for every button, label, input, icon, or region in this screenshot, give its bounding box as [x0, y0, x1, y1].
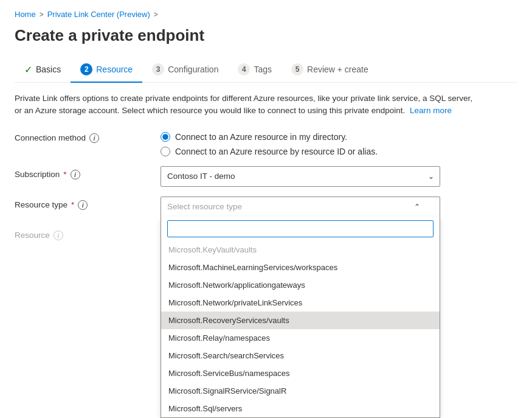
- list-item[interactable]: Microsoft.Sql/servers: [161, 400, 440, 417]
- connection-method-row: Connection method i Connect to an Azure …: [15, 130, 517, 156]
- tab-review-create[interactable]: 5 Review + create: [282, 57, 378, 83]
- list-item[interactable]: Microsoft.SignalRService/SignalR: [161, 382, 440, 400]
- resource-type-list: Microsoft.KeyVault/vaults Microsoft.Mach…: [161, 241, 440, 417]
- subscription-info-icon[interactable]: i: [71, 170, 80, 179]
- tab-check-icon: ✓: [24, 64, 32, 75]
- tab-tags[interactable]: 4 Tags: [228, 57, 282, 83]
- resource-type-placeholder: Select resource type: [167, 202, 242, 211]
- breadcrumb-privatelink[interactable]: Private Link Center (Preview): [47, 10, 150, 19]
- resource-type-search-input[interactable]: [167, 220, 434, 237]
- radio-resourceid-input[interactable]: [161, 147, 170, 156]
- list-item[interactable]: Microsoft.Search/searchServices: [161, 347, 440, 364]
- list-item[interactable]: Microsoft.Network/applicationgateways: [161, 276, 440, 294]
- resource-type-required: *: [71, 200, 74, 209]
- resource-type-row: Resource type * i Select resource type ⌃…: [15, 197, 517, 217]
- resource-type-info-icon[interactable]: i: [78, 200, 88, 210]
- radio-directory-input[interactable]: [161, 132, 170, 142]
- subscription-required: *: [63, 170, 66, 179]
- subscription-select-wrapper: Contoso IT - demo ⌄: [161, 166, 440, 187]
- list-item[interactable]: Microsoft.KeyVault/vaults: [161, 241, 440, 259]
- resource-type-chevron-up-icon: ⌃: [414, 203, 420, 211]
- subscription-select[interactable]: Contoso IT - demo: [161, 166, 440, 187]
- resource-info-icon[interactable]: i: [54, 231, 63, 240]
- tab-configuration-number: 3: [152, 63, 164, 75]
- subscription-row: Subscription * i Contoso IT - demo ⌄: [15, 166, 517, 187]
- tab-configuration[interactable]: 3 Configuration: [142, 57, 228, 83]
- resource-type-dropdown-container: Select resource type ⌃ Microsoft.KeyVaul…: [161, 197, 440, 217]
- breadcrumb: Home > Private Link Center (Preview) >: [15, 10, 517, 19]
- breadcrumb-sep1: >: [40, 10, 44, 19]
- resource-label: Resource i: [15, 227, 161, 240]
- description-text: Private Link offers options to create pr…: [15, 92, 477, 117]
- breadcrumb-sep2: >: [154, 10, 158, 19]
- resource-type-label: Resource type * i: [15, 197, 161, 210]
- radio-resourceid[interactable]: Connect to an Azure resource by resource…: [161, 147, 378, 156]
- resource-type-trigger[interactable]: Select resource type ⌃: [161, 197, 440, 217]
- tab-review-label: Review + create: [307, 64, 368, 74]
- tab-tags-label: Tags: [254, 64, 272, 74]
- tab-configuration-label: Configuration: [168, 64, 218, 74]
- breadcrumb-home[interactable]: Home: [15, 10, 36, 19]
- connection-method-info-icon[interactable]: i: [89, 133, 99, 143]
- radio-directory[interactable]: Connect to an Azure resource in my direc…: [161, 132, 378, 142]
- subscription-label: Subscription * i: [15, 166, 161, 179]
- tab-basics-label: Basics: [36, 64, 61, 74]
- connection-method-options: Connect to an Azure resource in my direc…: [161, 130, 378, 156]
- connection-method-label: Connection method i: [15, 130, 161, 143]
- list-item[interactable]: Microsoft.MachineLearningServices/worksp…: [161, 259, 440, 276]
- list-item[interactable]: Microsoft.Relay/namespaces: [161, 329, 440, 347]
- tab-resource[interactable]: 2 Resource: [71, 57, 142, 83]
- list-item[interactable]: Microsoft.ServiceBus/namespaces: [161, 364, 440, 382]
- radio-resourceid-label: Connect to an Azure resource by resource…: [175, 147, 378, 156]
- list-item[interactable]: Microsoft.Network/privateLinkServices: [161, 294, 440, 312]
- radio-directory-label: Connect to an Azure resource in my direc…: [175, 132, 347, 142]
- form: Connection method i Connect to an Azure …: [15, 130, 517, 250]
- tab-resource-number: 2: [80, 63, 92, 75]
- learn-more-link[interactable]: Learn more: [410, 106, 452, 115]
- tab-bar: ✓ Basics 2 Resource 3 Configuration 4 Ta…: [15, 57, 517, 83]
- resource-type-dropdown-panel: Microsoft.KeyVault/vaults Microsoft.Mach…: [161, 217, 440, 418]
- page-title: Create a private endpoint: [15, 26, 517, 45]
- tab-tags-number: 4: [238, 63, 250, 75]
- tab-resource-label: Resource: [96, 64, 133, 74]
- tab-basics[interactable]: ✓ Basics: [15, 58, 71, 83]
- tab-review-number: 5: [291, 63, 303, 75]
- list-item-highlighted[interactable]: Microsoft.RecoveryServices/vaults: [161, 312, 440, 329]
